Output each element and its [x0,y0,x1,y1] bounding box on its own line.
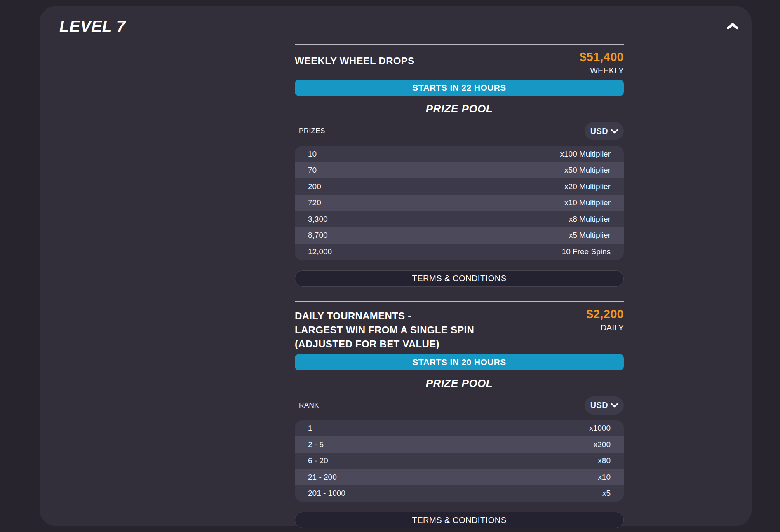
chevron-down-icon [611,129,618,134]
prize-period: DAILY [587,321,624,334]
collapse-button[interactable] [723,18,742,35]
row-value: x1000 [589,424,611,433]
row-label: 10 [308,150,317,159]
list-label: RANK [295,401,319,410]
row-value: 10 Free Spins [562,247,611,256]
table-row: 200 x20 Multiplier [295,178,624,195]
table-row: 12,000 10 Free Spins [295,244,624,260]
row-label: 70 [308,166,317,175]
prize-table: 10 x100 Multiplier 70 x50 Multiplier 200… [295,146,624,260]
table-row: 8,700 x5 Multiplier [295,227,624,244]
row-label: 1 [308,424,312,433]
section-title-line: LARGEST WIN FROM A SINGLE SPIN (ADJUSTED… [295,323,526,351]
prize-pool-heading: PRIZE POOL [295,376,624,391]
rank-table: 1 x1000 2 - 5 x200 6 - 20 x80 21 - 200 x… [295,420,624,502]
currency-selector[interactable]: USD [585,122,624,140]
prize-pool-heading: PRIZE POOL [295,101,624,116]
row-value: x200 [594,440,611,449]
row-value: x100 Multiplier [560,150,611,159]
section-header: DAILY TOURNAMENTS - LARGEST WIN FROM A S… [295,307,624,351]
terms-button[interactable]: TERMS & CONDITIONS [295,512,624,528]
table-header: RANK USD [295,396,624,415]
table-row: 6 - 20 x80 [295,453,624,469]
row-label: 8,700 [308,231,328,240]
table-row: 70 x50 Multiplier [295,162,624,179]
level-title: LEVEL 7 [59,17,126,35]
row-label: 720 [308,198,321,207]
promotions-panel: WEEKLY WHEEL DROPS $51,400 WEEKLY STARTS… [295,6,624,528]
section-divider [295,44,624,45]
section-divider [295,301,624,302]
chevron-down-icon [611,403,618,408]
currency-selector[interactable]: USD [585,396,624,415]
table-row: 1 x1000 [295,420,624,437]
table-row: 2 - 5 x200 [295,436,624,453]
table-row: 10 x100 Multiplier [295,146,624,162]
prize-period: WEEKLY [580,64,624,77]
currency-label: USD [590,401,608,410]
row-label: 21 - 200 [308,473,337,482]
row-label: 12,000 [308,247,332,256]
row-label: 6 - 20 [308,456,328,465]
prize-summary: $51,400 WEEKLY [580,49,624,77]
row-value: x8 Multiplier [569,215,611,224]
row-value: x50 Multiplier [564,166,611,175]
row-value: x10 Multiplier [564,198,611,207]
section-header: WEEKLY WHEEL DROPS $51,400 WEEKLY [295,49,624,77]
row-value: x80 [598,456,611,465]
page: LEVEL 7 WEEKLY WHEEL DROPS $51,400 WEEKL… [0,0,780,532]
section-title: WEEKLY WHEEL DROPS [295,49,414,69]
status-banner: STARTS IN 22 HOURS [295,80,624,96]
row-value: x5 [602,489,611,498]
table-row: 201 - 1000 x5 [295,485,624,502]
currency-label: USD [590,127,608,136]
status-banner: STARTS IN 20 HOURS [295,354,624,370]
terms-button[interactable]: TERMS & CONDITIONS [295,270,624,287]
table-row: 21 - 200 x10 [295,469,624,485]
section-title-line: WEEKLY WHEEL DROPS [295,53,414,69]
section-title: DAILY TOURNAMENTS - LARGEST WIN FROM A S… [295,307,526,351]
level-card: LEVEL 7 WEEKLY WHEEL DROPS $51,400 WEEKL… [40,6,752,526]
row-label: 3,300 [308,215,328,224]
table-row: 720 x10 Multiplier [295,195,624,211]
row-value: x20 Multiplier [564,182,611,191]
table-row: 3,300 x8 Multiplier [295,211,624,227]
row-label: 201 - 1000 [308,489,345,498]
row-label: 2 - 5 [308,440,324,449]
prize-summary: $2,200 DAILY [587,307,624,334]
table-header: PRIZES USD [295,122,624,140]
list-label: PRIZES [295,127,325,135]
row-label: 200 [308,182,321,191]
prize-amount: $2,200 [587,307,624,321]
section-title-line: DAILY TOURNAMENTS - [295,309,526,323]
prize-amount: $51,400 [580,49,624,64]
row-value: x5 Multiplier [569,231,611,240]
chevron-up-icon [726,22,739,30]
row-value: x10 [598,473,611,482]
